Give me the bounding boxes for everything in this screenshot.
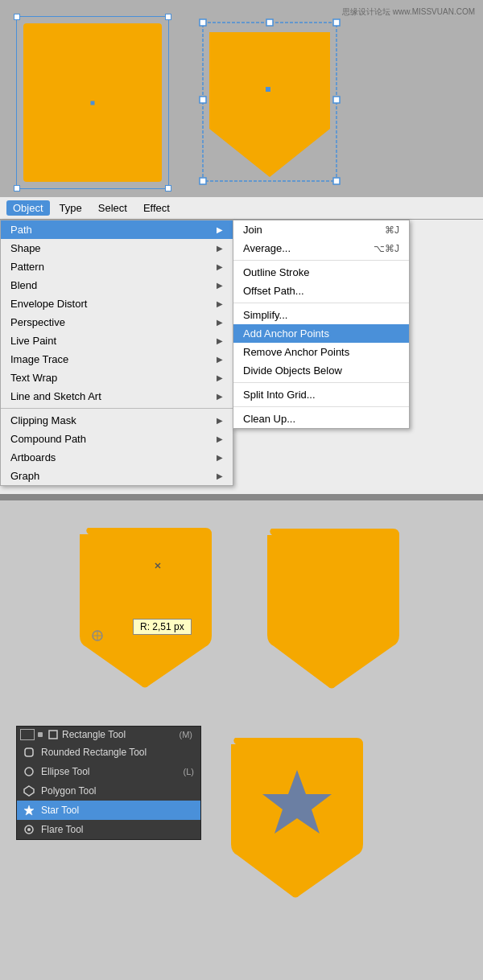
tool-polygon-label: Polygon Tool — [41, 785, 97, 797]
submenu-average[interactable]: Average... ⌥⌘J — [233, 239, 409, 257]
submenu-split-grid-label: Split Into Grid... — [243, 389, 316, 401]
menu-item-graph[interactable]: Graph ▶ — [1, 467, 233, 485]
right-canvas-area — [193, 16, 346, 189]
svg-rect-6 — [200, 97, 206, 103]
submenu-offset-path-label: Offset Path... — [243, 285, 304, 297]
menu-item-livepaint[interactable]: Live Paint ▶ — [1, 331, 233, 350]
menu-item-shape-label: Shape — [10, 242, 41, 254]
menu-item-graph-arrow: ▶ — [217, 471, 223, 480]
submenu-split-grid[interactable]: Split Into Grid... — [233, 385, 409, 404]
polygon-icon — [23, 785, 35, 797]
handle-bottom-right[interactable] — [165, 185, 171, 191]
handle-top-left[interactable] — [14, 14, 20, 20]
menu-item-livepaint-arrow: ▶ — [217, 336, 223, 345]
submenu-add-anchor[interactable]: Add Anchor Points — [233, 324, 409, 343]
menu-divider-1 — [1, 408, 233, 409]
badge-container — [217, 726, 378, 911]
flare-icon — [23, 824, 35, 835]
tool-polygon[interactable]: Polygon Tool — [17, 781, 200, 801]
tool-flare[interactable]: Flare Tool — [17, 820, 200, 839]
dropdown-container: Path ▶ Shape ▶ Pattern ▶ Blend ▶ Envelop… — [0, 220, 483, 494]
menu-item-blend-label: Blend — [10, 279, 37, 291]
submenu-remove-anchor[interactable]: Remove Anchor Points — [233, 343, 409, 361]
tool-label-rect-header: Rectangle Tool — [62, 729, 126, 740]
menu-item-imagetrace-arrow: ▶ — [217, 355, 223, 364]
menu-item-envelope[interactable]: Envelope Distort ▶ — [1, 294, 233, 313]
submenu-average-shortcut: ⌥⌘J — [374, 243, 399, 254]
submenu-path: Join ⌘J Average... ⌥⌘J Outline Stroke Of… — [233, 220, 410, 429]
submenu-simplify[interactable]: Simplify... — [233, 306, 409, 324]
menu-item-perspective-arrow: ▶ — [217, 318, 223, 327]
menu-item-compound-label: Compound Path — [10, 433, 86, 445]
handle-bottom-left[interactable] — [14, 185, 20, 191]
submenu-join[interactable]: Join ⌘J — [233, 220, 409, 239]
submenu-outline-stroke-label: Outline Stroke — [243, 266, 309, 278]
panel-icon-1 — [20, 729, 35, 740]
tool-ellipse[interactable]: Ellipse Tool (L) — [17, 762, 200, 781]
menu-item-compound-arrow: ▶ — [217, 434, 223, 443]
menu-section: Object Type Select Effect Path ▶ Shape ▶… — [0, 197, 483, 494]
svg-rect-2 — [333, 19, 340, 26]
pentagon-svg — [193, 16, 346, 189]
submenu-cleanup[interactable]: Clean Up... — [233, 410, 409, 428]
menu-item-artboards-label: Artboards — [10, 451, 56, 463]
menu-item-linesketch-label: Line and Sketch Art — [10, 390, 101, 402]
submenu-divider-2 — [233, 303, 409, 303]
menu-item-textwrap-arrow: ▶ — [217, 373, 223, 382]
menu-item-imagetrace[interactable]: Image Trace ▶ — [1, 350, 233, 369]
submenu-simplify-label: Simplify... — [243, 309, 287, 321]
menu-item-envelope-arrow: ▶ — [217, 299, 223, 308]
submenu-average-label: Average... — [243, 242, 291, 254]
menu-item-pattern[interactable]: Pattern ▶ — [1, 257, 233, 276]
menu-item-linesketch[interactable]: Line and Sketch Art ▶ — [1, 387, 233, 406]
submenu-divide[interactable]: Divide Objects Below — [233, 361, 409, 380]
submenu-join-label: Join — [243, 224, 262, 236]
menu-item-path[interactable]: Path ▶ — [1, 220, 233, 239]
svg-rect-4 — [333, 178, 340, 184]
menu-item-path-arrow: ▶ — [217, 225, 223, 234]
watermark: 思缘设计论坛 www.MISSVUAN.COM — [342, 6, 475, 18]
svg-rect-7 — [333, 97, 340, 103]
tool-ellipse-shortcut: (L) — [184, 767, 194, 776]
tool-rounded-rect[interactable]: Rounded Rectangle Tool — [17, 743, 200, 762]
menu-item-clipping-label: Clipping Mask — [10, 414, 76, 426]
menu-item-path-label: Path — [10, 224, 32, 236]
submenu-divider-1 — [233, 260, 409, 261]
handle-top-right[interactable] — [165, 14, 171, 20]
menu-item-clipping[interactable]: Clipping Mask ▶ — [1, 411, 233, 430]
menu-item-artboards-arrow: ▶ — [217, 453, 223, 462]
rectangle-icon-header — [47, 729, 59, 740]
svg-rect-3 — [200, 178, 206, 184]
menu-item-imagetrace-label: Image Trace — [10, 353, 68, 365]
canvas-box-right — [193, 16, 346, 189]
rounded-rect-icon — [23, 747, 35, 758]
rounded-shape-container: R: 2,51 px — [68, 517, 229, 702]
menu-select[interactable]: Select — [92, 200, 134, 216]
menu-item-artboards[interactable]: Artboards ▶ — [1, 448, 233, 467]
menu-item-shape-arrow: ▶ — [217, 244, 223, 253]
menu-item-compound[interactable]: Compound Path ▶ — [1, 430, 233, 448]
menu-item-envelope-label: Envelope Distort — [10, 298, 87, 310]
panel-icon-dot — [38, 732, 43, 737]
menu-item-perspective[interactable]: Perspective ▶ — [1, 313, 233, 331]
menu-item-graph-label: Graph — [10, 470, 39, 482]
top-section: 思缘设计论坛 www.MISSVUAN.COM — [0, 0, 483, 197]
menu-item-blend[interactable]: Blend ▶ — [1, 276, 233, 294]
svg-rect-9 — [266, 87, 270, 92]
submenu-cleanup-label: Clean Up... — [243, 413, 295, 425]
menu-effect[interactable]: Effect — [137, 200, 176, 216]
submenu-offset-path[interactable]: Offset Path... — [233, 282, 409, 300]
menu-item-pattern-arrow: ▶ — [217, 262, 223, 271]
menu-item-textwrap[interactable]: Text Wrap ▶ — [1, 369, 233, 387]
ellipse-icon — [23, 766, 35, 777]
svg-marker-19 — [24, 805, 34, 815]
menu-type[interactable]: Type — [53, 200, 89, 216]
svg-marker-8 — [209, 32, 330, 177]
submenu-outline-stroke[interactable]: Outline Stroke — [233, 263, 409, 282]
menu-item-shape[interactable]: Shape ▶ — [1, 239, 233, 257]
svg-rect-5 — [266, 19, 273, 26]
tool-star[interactable]: Star Tool — [17, 801, 200, 820]
yellow-rectangle-shape — [23, 23, 162, 182]
menu-object[interactable]: Object — [6, 200, 50, 216]
svg-rect-15 — [49, 731, 57, 739]
